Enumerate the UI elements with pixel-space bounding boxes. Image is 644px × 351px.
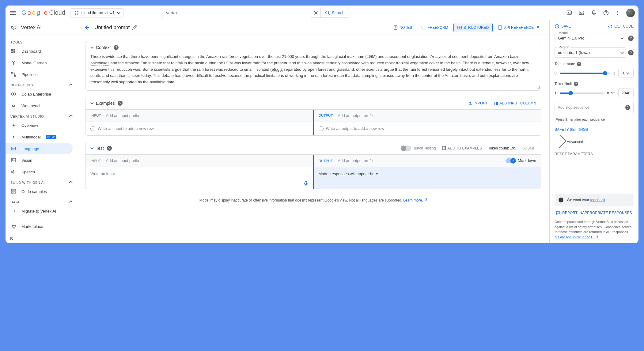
region-select[interactable]: Region us-central1 (Iowa) [555,47,626,58]
add-input-column-button[interactable]: ADD INPUT COLUMN [494,101,536,105]
svg-point-3 [77,13,78,15]
external-link-icon [536,26,539,29]
sidebar-header[interactable]: Vertex AI [6,20,77,35]
markdown-toggle[interactable]: ✓ Markdown [506,158,536,163]
colab-icon [10,91,17,97]
edit-icon[interactable] [132,25,137,30]
workbench-icon [10,103,17,109]
sidebar-item-code-samples[interactable]: Code samples [6,186,77,197]
clear-search-icon[interactable] [311,8,320,18]
help-icon[interactable]: ? [574,82,578,86]
svg-point-10 [580,12,581,13]
temperature-value[interactable]: 0.9 [618,69,634,77]
section-notebooks[interactable]: NOTEBOOKS [6,80,77,88]
image-icon[interactable] [578,10,585,16]
sidebar-item-vision[interactable]: Vision [6,154,77,166]
sidebar-item-language[interactable]: Language [6,143,73,154]
input-prefix-field[interactable]: Add an input prefix [106,158,139,163]
resize-handle[interactable] [537,86,540,89]
output-prefix-field[interactable]: Add an output prefix [338,113,373,118]
more-icon[interactable] [615,10,620,16]
section-build[interactable]: BUILD WITH GEN AI [6,178,77,186]
menu-icon[interactable] [9,9,17,17]
help-icon[interactable]: ? [118,101,123,106]
section-data[interactable]: DATA [6,197,77,205]
search-input[interactable] [162,8,311,18]
help-icon[interactable]: ? [577,62,581,66]
language-icon [10,145,17,152]
report-button[interactable]: REPORT INAPPROPRIATE RESPONSES [555,211,634,215]
back-button[interactable] [83,25,89,31]
test-input-cell[interactable]: Write an input [85,167,313,189]
token-count: Token count: 195 [488,146,516,150]
stop-sequence-input[interactable]: Add stop sequence ? [555,102,634,113]
get-code-button[interactable]: GET CODE [608,24,634,29]
help-icon[interactable]: ? [107,146,112,151]
sidebar-item-speech[interactable]: Speech [6,166,77,178]
topbar: Google Cloud cloud-llm-preview1 Search [6,6,638,20]
bell-icon[interactable] [591,10,597,16]
collapse-sidebar-icon[interactable] [10,236,15,241]
model-select[interactable]: Model Gemini 1.0 Pro [555,33,626,43]
help-icon[interactable]: ? [628,50,634,55]
reset-parameters-button[interactable]: RESET PARAMETERS [555,150,634,158]
sidebar-item-multimodal[interactable]: ✦MultimodalNEW [6,131,77,143]
avatar[interactable] [626,9,635,17]
chevron-down-icon[interactable] [90,101,94,104]
examples-input-cell[interactable]: +Write an input to add a new row [85,122,313,135]
flag-icon [556,211,560,215]
safety-settings-button[interactable]: SAFETY SETTINGS [555,126,634,134]
output-prefix-field[interactable]: Add an output prefix [338,158,373,163]
temperature-slider[interactable] [560,73,610,74]
google-cloud-logo[interactable]: Google Cloud [21,9,65,16]
feedback-link[interactable]: feedback [590,198,605,202]
help-icon[interactable]: ? [114,45,119,50]
tab-api-reference[interactable]: API REFERENCE [494,23,543,32]
svg-point-52 [561,198,561,199]
import-button[interactable]: IMPORT [468,101,488,105]
submit-button[interactable]: SUBMIT [522,146,536,150]
sidebar-item-model-garden[interactable]: Model Garden [6,57,77,69]
sidebar: Vertex AI TOOLS Dashboard Model Garden P… [6,20,77,243]
chevron-down-icon[interactable] [90,146,94,149]
help-icon[interactable] [603,10,609,16]
examples-output-cell[interactable]: +Write an output to add a new row [313,122,541,135]
advanced-toggle[interactable]: Advanced [555,138,634,146]
code-icon [608,24,613,29]
mic-icon[interactable] [303,181,308,186]
svg-point-32 [14,228,15,228]
token-limit-value[interactable]: 2048 [618,89,634,97]
tab-freeform[interactable]: FREEFORM [417,23,452,32]
cart-icon [10,223,17,229]
sidebar-item-marketplace[interactable]: Marketplace [6,221,77,232]
examples-title: Examples [96,101,115,106]
svg-point-1 [77,11,78,12]
learn-more-link[interactable]: Learn more. [403,198,427,202]
sidebar-item-pipelines[interactable]: Pipelines [6,69,77,80]
sidebar-item-migrate[interactable]: Migrate to Vertex AI [6,205,77,217]
sidebar-item-colab[interactable]: Colab Enterprise [6,88,77,100]
pipeline-icon [10,71,17,77]
input-prefix-field[interactable]: Add an input prefix [106,113,139,118]
batch-testing-toggle[interactable]: Batch Testing [401,146,436,151]
save-button[interactable]: SAVE [555,24,571,29]
sidebar-item-dashboard[interactable]: Dashboard [6,45,77,57]
sparkle-icon: ✦ [10,122,17,128]
chevron-down-icon[interactable] [90,45,94,49]
sidebar-item-workbench[interactable]: Workbench [6,100,77,111]
search-button[interactable]: Search [320,8,349,18]
project-picker[interactable]: cloud-llm-preview1 [70,8,123,17]
context-textarea[interactable]: There is evidence that there have been s… [85,54,541,90]
svg-point-31 [13,228,13,228]
svg-rect-38 [422,26,425,29]
help-icon[interactable]: ? [628,36,634,41]
console-icon[interactable] [566,10,572,16]
token-limit-slider[interactable] [560,92,604,94]
tab-notes[interactable]: NOTES [389,23,416,32]
svg-rect-30 [14,192,15,193]
section-studio[interactable]: VERTEX AI STUDIO [6,111,77,119]
tab-structured[interactable]: STRUCTURED [453,23,493,32]
safety-link[interactable]: but are not visible in the UI [555,235,598,239]
sidebar-item-overview[interactable]: ✦Overview [6,119,77,131]
add-to-examples-button[interactable]: ADD TO EXAMPLES [442,146,482,150]
